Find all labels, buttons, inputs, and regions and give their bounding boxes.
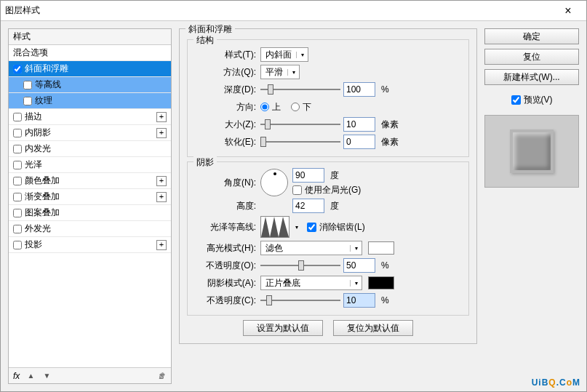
action-panel: 确定 复位 新建样式(W)... 预览(V) [484, 28, 579, 384]
depth-input[interactable]: 100 [343, 82, 375, 97]
styles-panel: 样式 混合选项 斜面和浮雕 等高线 纹理 描边+ 内阴影+ 内发光 光泽 颜色叠… [8, 28, 172, 384]
inner-glow-row[interactable]: 内发光 [9, 141, 171, 157]
add-gradient-overlay-icon[interactable]: + [156, 192, 167, 202]
gradient-overlay-row[interactable]: 渐变叠加+ [9, 189, 171, 205]
technique-label: 方法(Q): [195, 66, 256, 79]
highlight-mode-combo[interactable]: 滤色▾ [260, 241, 362, 255]
altitude-label: 高度: [195, 200, 256, 212]
bevel-emboss-row[interactable]: 斜面和浮雕 [9, 61, 171, 77]
antialias-checkbox[interactable] [307, 223, 316, 232]
styles-header: 样式 [9, 29, 171, 45]
add-inner-shadow-icon[interactable]: + [156, 128, 167, 138]
outer-glow-checkbox[interactable] [13, 225, 22, 233]
size-input[interactable]: 10 [343, 117, 375, 132]
highlight-color-swatch[interactable] [368, 241, 394, 255]
chevron-down-icon: ▾ [287, 69, 299, 76]
shadow-opacity-label: 不透明度(C): [195, 295, 256, 307]
texture-row[interactable]: 纹理 [9, 93, 171, 109]
new-style-button[interactable]: 新建样式(W)... [484, 69, 579, 85]
preview-box [484, 115, 579, 188]
bevel-checkbox[interactable] [13, 65, 22, 73]
direction-down-radio[interactable] [291, 103, 300, 111]
drop-shadow-row[interactable]: 投影+ [9, 237, 171, 253]
color-overlay-checkbox[interactable] [13, 177, 22, 185]
shadow-opacity-slider[interactable] [260, 294, 340, 307]
reset-default-button[interactable]: 复位为默认值 [333, 320, 413, 336]
satin-row[interactable]: 光泽 [9, 157, 171, 173]
chevron-down-icon: ▾ [296, 52, 308, 58]
gloss-contour-label: 光泽等高线: [195, 221, 256, 233]
inner-shadow-row[interactable]: 内阴影+ [9, 125, 171, 141]
pattern-overlay-checkbox[interactable] [13, 209, 22, 217]
drop-shadow-checkbox[interactable] [13, 241, 22, 249]
trash-icon[interactable]: 🗑 [156, 371, 167, 381]
highlight-mode-label: 高光模式(H): [195, 242, 256, 255]
style-combo[interactable]: 内斜面▾ [260, 47, 308, 62]
direction-up-radio[interactable] [260, 103, 269, 111]
watermark: UiBQ.CoM [532, 375, 580, 388]
layer-style-dialog: 图层样式 × 样式 混合选项 斜面和浮雕 等高线 纹理 描边+ 内阴影+ 内发光… [0, 0, 587, 392]
preview-checkbox[interactable] [511, 95, 521, 105]
stroke-row[interactable]: 描边+ [9, 109, 171, 125]
close-button[interactable]: × [554, 1, 582, 20]
styles-footer: fx ▲ ▼ 🗑 [9, 367, 171, 383]
color-overlay-row[interactable]: 颜色叠加+ [9, 173, 171, 189]
stroke-checkbox[interactable] [13, 113, 22, 121]
size-label: 大小(Z): [195, 119, 256, 131]
inner-glow-checkbox[interactable] [13, 145, 22, 153]
preview-toggle: 预览(V) [484, 94, 579, 106]
soften-slider[interactable] [260, 135, 340, 148]
direction-label: 方向: [195, 101, 256, 113]
styles-list: 样式 混合选项 斜面和浮雕 等高线 纹理 描边+ 内阴影+ 内发光 光泽 颜色叠… [9, 29, 171, 367]
highlight-opacity-label: 不透明度(O): [195, 260, 256, 272]
shadow-opacity-input[interactable]: 10 [343, 293, 375, 308]
fx-label: fx [13, 371, 20, 381]
pattern-overlay-row[interactable]: 图案叠加 [9, 205, 171, 221]
global-light-checkbox[interactable] [292, 185, 302, 195]
structure-title: 结构 [193, 34, 217, 47]
depth-label: 深度(D): [195, 84, 256, 96]
settings-panel: 斜面和浮雕 结构 样式(T): 内斜面▾ 方法(Q): 平滑▾ 深度(D): 1… [179, 28, 477, 384]
contour-row[interactable]: 等高线 [9, 77, 171, 93]
ok-button[interactable]: 确定 [484, 28, 579, 44]
size-slider[interactable] [260, 118, 340, 131]
titlebar: 图层样式 × [1, 1, 586, 21]
chevron-down-icon: ▾ [350, 245, 362, 252]
highlight-opacity-input[interactable]: 50 [343, 258, 375, 273]
depth-slider[interactable] [260, 83, 340, 96]
angle-input[interactable]: 90 [292, 168, 324, 183]
style-label: 样式(T): [195, 49, 256, 61]
soften-input[interactable]: 0 [343, 135, 375, 149]
shading-title: 阴影 [193, 156, 217, 169]
altitude-input[interactable]: 42 [292, 199, 324, 213]
gradient-overlay-checkbox[interactable] [13, 193, 22, 201]
soften-label: 软化(E): [195, 136, 256, 148]
shadow-mode-combo[interactable]: 正片叠底▾ [260, 276, 362, 290]
dialog-body: 样式 混合选项 斜面和浮雕 等高线 纹理 描边+ 内阴影+ 内发光 光泽 颜色叠… [1, 21, 586, 391]
make-default-button[interactable]: 设置为默认值 [243, 320, 323, 336]
move-up-icon[interactable]: ▲ [25, 371, 36, 381]
blending-options-row[interactable]: 混合选项 [9, 45, 171, 61]
angle-dial[interactable] [260, 169, 288, 196]
technique-combo[interactable]: 平滑▾ [260, 65, 300, 79]
angle-label: 角度(N): [195, 177, 256, 189]
chevron-down-icon: ▾ [350, 280, 362, 287]
contour-checkbox[interactable] [23, 81, 32, 89]
shadow-color-swatch[interactable] [368, 276, 394, 289]
structure-group: 结构 样式(T): 内斜面▾ 方法(Q): 平滑▾ 深度(D): 100% 方向… [187, 39, 469, 157]
cancel-button[interactable]: 复位 [484, 49, 579, 65]
add-drop-shadow-icon[interactable]: + [156, 240, 167, 250]
add-stroke-icon[interactable]: + [156, 112, 167, 122]
outer-glow-row[interactable]: 外发光 [9, 221, 171, 237]
add-color-overlay-icon[interactable]: + [156, 176, 167, 186]
window-title: 图层样式 [5, 4, 40, 17]
highlight-opacity-slider[interactable] [260, 259, 340, 272]
move-down-icon[interactable]: ▼ [41, 371, 52, 381]
satin-checkbox[interactable] [13, 161, 22, 169]
gloss-contour-picker[interactable] [260, 216, 289, 238]
texture-checkbox[interactable] [23, 97, 32, 105]
shading-group: 阴影 角度(N): 90度 使用全局光(G) 高度: 42度 光泽等高线: ▾ … [187, 161, 469, 316]
inner-shadow-checkbox[interactable] [13, 129, 22, 137]
shadow-mode-label: 阴影模式(A): [195, 277, 256, 289]
chevron-down-icon[interactable]: ▾ [295, 224, 298, 231]
